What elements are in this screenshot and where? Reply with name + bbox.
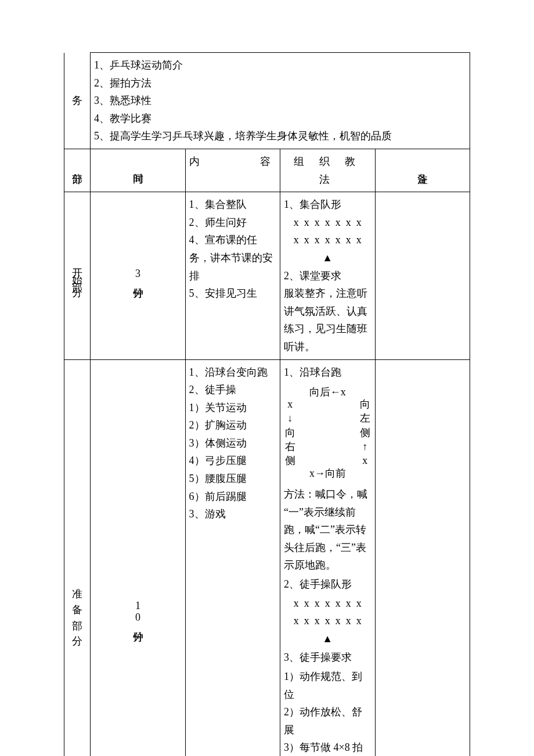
method-cell: 1、集合队形 x x x x x x x x x x x x x x ▲ 2、课… [280,192,376,359]
tasks-row: 务 1、乒乓球运动简介 2、握拍方法 3、熟悉球性 4、教学比赛 5、提高学生学… [64,53,470,149]
run-left-char: 向 [285,427,295,439]
run-left-char: x [287,398,293,411]
formation-marker: ▲ [284,249,371,267]
run-left: x ↓ 向 右 侧 [284,398,297,467]
table-header-row: 部分 时间 内 容 组 织 教 法 备注 [64,149,470,192]
content-line: 1、集合整队 [189,196,277,214]
lesson-table: 务 1、乒乓球运动简介 2、握拍方法 3、熟悉球性 4、教学比赛 5、提高学生学… [64,52,470,756]
run-right: 向 左 侧 ↑ x [359,398,371,467]
ex-req-item: 2）动作放松、舒展 [284,703,371,739]
content-line: 3）体侧运动 [189,434,277,452]
run-diagram: 向后←x x ↓ 向 右 侧 向 左 [284,383,371,482]
task-item: 3、熟悉球性 [94,92,466,110]
hd-note: 备注 [375,149,470,192]
ex-form-marker: ▲ [284,630,371,648]
time-label: 3分钟 [129,268,147,279]
run-desc: 方法：喊口令，喊“一”表示继续前跑，喊“二”表示转头往后跑，“三”表示原地跑。 [284,485,371,574]
run-title: 1、沿球台跑 [284,363,371,381]
content-cell: 1、集合整队 2、师生问好 4、宣布课的任务，讲本节课的安排 5、安排见习生 [185,192,280,359]
content-line: 3、游戏 [189,505,277,523]
hd-content-left: 内 [189,153,200,171]
run-right-char: ↑ [362,441,367,453]
lesson-plan-page: 务 1、乒乓球运动简介 2、握拍方法 3、熟悉球性 4、教学比赛 5、提高学生学… [0,0,534,756]
content-line: 6）前后踢腿 [189,488,277,506]
hd-time: 时间 [91,149,186,192]
content-line: 1、沿球台变向跑 [189,363,277,381]
section-label: 开始部分 [68,260,86,285]
table-row-start: 开始部分 3分钟 1、集合整队 2、师生问好 4、宣布课的任务，讲本节课的安排 … [64,192,470,359]
content-line: 2、徒手操 [189,381,277,399]
ex-req-item: 1）动作规范、到位 [284,668,371,703]
time-cell: 3分钟 [91,192,186,359]
formation-line: x x x x x x x [284,214,371,232]
hd-content: 内 容 [185,149,280,192]
run-left-char: ↓ [287,412,293,424]
run-right-char: 左 [360,412,370,424]
tasks-label-cell: 务 [64,53,91,149]
ex-form-title: 2、徒手操队形 [284,575,371,593]
section-label: 准备部分 [68,580,86,643]
table-row-prepare: 准备部分 10分钟 1、沿球台变向跑 2、徒手操 1）关节运动 2）扩胸运动 3… [64,359,470,756]
formation-title: 1、集合队形 [284,196,371,214]
content-line: 5）腰腹压腿 [189,470,277,488]
formation-line: x x x x x x x [284,231,371,249]
content-line: 4）弓步压腿 [189,452,277,470]
run-right-char: 侧 [360,427,370,439]
method-cell: 1、沿球台跑 向后←x x ↓ 向 右 侧 向 [280,359,376,756]
note-cell [375,359,470,756]
task-item: 5、提高学生学习乒乓球兴趣，培养学生身体灵敏性，机智的品质 [94,127,466,145]
requirement-text: 服装整齐，注意听讲气氛活跃、认真练习，见习生随班听讲。 [284,285,371,355]
content-line: 1）关节运动 [189,399,277,417]
content-line: 2、师生问好 [189,214,277,232]
section-cell: 开始部分 [64,192,91,359]
content-line: 2）扩胸运动 [189,416,277,434]
section-cell: 准备部分 [64,359,91,756]
hd-method: 组 织 教 法 [280,149,376,192]
content-line: 4、宣布课的任务，讲本节课的安排 [189,231,277,285]
time-cell: 10分钟 [91,359,186,756]
requirement-title: 2、课堂要求 [284,267,371,285]
time-label: 10分钟 [129,600,147,623]
run-bottom: x→向前 [284,465,371,483]
run-left-char: 右 [285,441,295,453]
note-cell [375,192,470,359]
content-cell: 1、沿球台变向跑 2、徒手操 1）关节运动 2）扩胸运动 3）体侧运动 4）弓步… [185,359,280,756]
ex-req-title: 3、徒手操要求 [284,649,371,667]
ex-form-line: x x x x x x x [284,595,371,613]
task-item: 4、教学比赛 [94,110,466,128]
ex-req-item: 3）每节做 4×8 拍 [284,739,371,756]
hd-section: 部分 [64,149,91,192]
task-item: 2、握拍方法 [94,74,466,92]
tasks-label: 务 [72,95,82,106]
tasks-cell: 1、乒乓球运动简介 2、握拍方法 3、熟悉球性 4、教学比赛 5、提高学生学习乒… [91,53,470,149]
run-right-char: 向 [360,398,370,411]
hd-content-right: 容 [260,153,276,171]
ex-form-line: x x x x x x x [284,612,371,630]
task-item: 1、乒乓球运动简介 [94,56,466,74]
content-line: 5、安排见习生 [189,285,277,303]
